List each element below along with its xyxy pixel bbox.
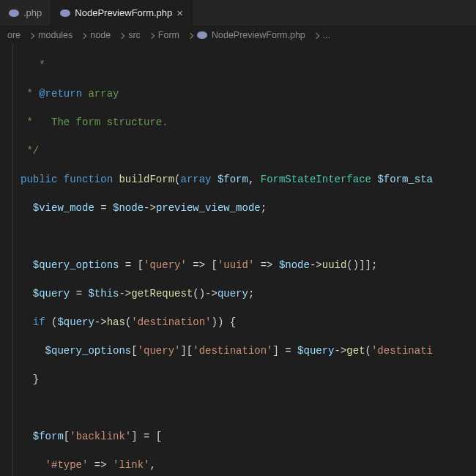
crumb-file[interactable]: NodePreviewForm.php — [197, 30, 323, 40]
crumb-item[interactable]: ore — [7, 30, 38, 40]
close-icon[interactable]: × — [176, 7, 183, 18]
chevron-right-icon — [81, 30, 86, 40]
breadcrumb: ore modules node src Form NodePreviewFor… — [0, 26, 476, 44]
crumb-item[interactable]: modules — [38, 30, 90, 40]
chevron-right-icon — [29, 30, 34, 40]
tab-label: NodePreviewForm.php — [75, 7, 172, 18]
tab-bar: .php NodePreviewForm.php × — [0, 0, 476, 26]
crumb-overflow[interactable]: ... — [323, 30, 330, 40]
php-file-icon — [60, 10, 70, 17]
tab-nodepreviewform[interactable]: NodePreviewForm.php × — [51, 0, 193, 26]
chevron-right-icon — [149, 30, 154, 40]
php-file-icon — [197, 31, 207, 39]
tab-label: .php — [23, 7, 42, 18]
tab-other-php[interactable]: .php — [0, 0, 51, 26]
line-gutter — [0, 44, 9, 476]
php-file-icon — [9, 10, 19, 17]
code-content[interactable]: * * @return array * The form structure. … — [18, 44, 476, 476]
chevron-right-icon — [314, 30, 319, 40]
editor-root: .php NodePreviewForm.php × ore modules n… — [0, 0, 476, 476]
chevron-right-icon — [188, 30, 193, 40]
editor-area[interactable]: * * @return array * The form structure. … — [0, 44, 476, 476]
crumb-item[interactable]: Form — [158, 30, 197, 40]
crumb-item[interactable]: src — [128, 30, 158, 40]
fold-strip — [9, 44, 18, 476]
crumb-item[interactable]: node — [90, 30, 128, 40]
chevron-right-icon — [119, 30, 124, 40]
